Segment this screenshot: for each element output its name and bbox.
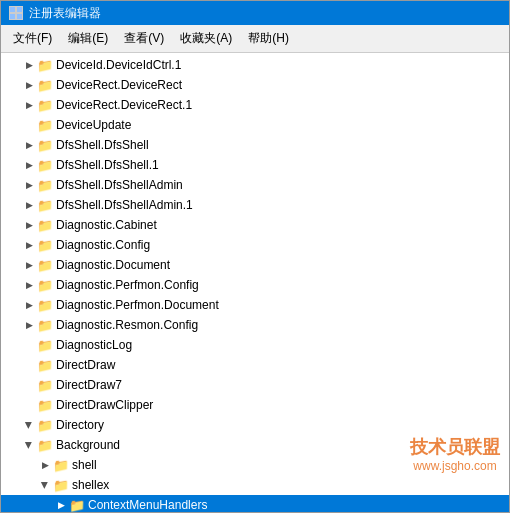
folder-icon: 📁 xyxy=(37,418,53,432)
folder-icon: 📁 xyxy=(37,318,53,332)
tree-row[interactable]: ▶ 📁 DirectDrawClipper xyxy=(1,395,509,415)
tree-row[interactable]: ▶ 📁 DeviceUpdate xyxy=(1,115,509,135)
item-label: DfsShell.DfsShell.1 xyxy=(56,158,159,172)
item-label: Diagnostic.Document xyxy=(56,258,170,272)
expand-icon[interactable]: ▶ xyxy=(37,477,53,493)
item-label: DeviceRect.DeviceRect.1 xyxy=(56,98,192,112)
registry-editor-window: 注册表编辑器 文件(F) 编辑(E) 查看(V) 收藏夹(A) 帮助(H) ▶ … xyxy=(0,0,510,513)
item-label: DeviceRect.DeviceRect xyxy=(56,78,182,92)
item-label: DeviceId.DeviceIdCtrl.1 xyxy=(56,58,181,72)
folder-icon: 📁 xyxy=(37,358,53,372)
menu-edit[interactable]: 编辑(E) xyxy=(60,27,116,50)
menu-bar: 文件(F) 编辑(E) 查看(V) 收藏夹(A) 帮助(H) xyxy=(1,25,509,53)
window-icon xyxy=(9,6,23,20)
folder-icon: 📁 xyxy=(37,138,53,152)
expand-icon[interactable]: ▶ xyxy=(21,277,37,293)
item-label: DfsShell.DfsShellAdmin.1 xyxy=(56,198,193,212)
tree-row-shell[interactable]: ▶ 📁 shell xyxy=(1,455,509,475)
expand-icon[interactable]: ▶ xyxy=(21,437,37,453)
item-label: shellex xyxy=(72,478,109,492)
folder-icon: 📁 xyxy=(37,438,53,452)
folder-icon: 📁 xyxy=(37,278,53,292)
tree-row[interactable]: ▶ 📁 DfsShell.DfsShell.1 xyxy=(1,155,509,175)
folder-icon: 📁 xyxy=(37,238,53,252)
folder-icon: 📁 xyxy=(37,78,53,92)
expand-icon[interactable]: ▶ xyxy=(21,97,37,113)
expand-icon[interactable]: ▶ xyxy=(21,417,37,433)
folder-icon: 📁 xyxy=(37,58,53,72)
folder-icon: 📁 xyxy=(37,378,53,392)
main-content: ▶ 📁 DeviceId.DeviceIdCtrl.1 ▶ 📁 DeviceRe… xyxy=(1,53,509,512)
expand-icon[interactable]: ▶ xyxy=(37,457,53,473)
folder-icon: 📁 xyxy=(37,98,53,112)
tree-row[interactable]: ▶ 📁 DeviceRect.DeviceRect xyxy=(1,75,509,95)
tree-row[interactable]: ▶ 📁 DfsShell.DfsShellAdmin xyxy=(1,175,509,195)
expand-icon[interactable]: ▶ xyxy=(21,237,37,253)
tree-row[interactable]: ▶ 📁 Diagnostic.Config xyxy=(1,235,509,255)
tree-row[interactable]: ▶ 📁 Diagnostic.Document xyxy=(1,255,509,275)
item-label: DirectDraw7 xyxy=(56,378,122,392)
expand-icon[interactable]: ▶ xyxy=(21,77,37,93)
expand-icon[interactable]: ▶ xyxy=(21,57,37,73)
tree-row[interactable]: ▶ 📁 DiagnosticLog xyxy=(1,335,509,355)
expand-icon[interactable]: ▶ xyxy=(21,257,37,273)
folder-icon: 📁 xyxy=(37,338,53,352)
item-label: Diagnostic.Perfmon.Document xyxy=(56,298,219,312)
expand-icon[interactable]: ▶ xyxy=(21,157,37,173)
tree-row[interactable]: ▶ 📁 Diagnostic.Cabinet xyxy=(1,215,509,235)
tree-row[interactable]: ▶ 📁 DfsShell.DfsShell xyxy=(1,135,509,155)
expand-icon[interactable]: ▶ xyxy=(53,497,69,512)
tree-row-directory[interactable]: ▶ 📁 Directory xyxy=(1,415,509,435)
item-label: Diagnostic.Cabinet xyxy=(56,218,157,232)
expand-icon[interactable]: ▶ xyxy=(21,197,37,213)
item-label: DirectDrawClipper xyxy=(56,398,153,412)
svg-rect-1 xyxy=(17,7,22,12)
menu-view[interactable]: 查看(V) xyxy=(116,27,172,50)
tree-row-contextmenuhandlers[interactable]: ▶ 📁 ContextMenuHandlers xyxy=(1,495,509,512)
tree-row[interactable]: ▶ 📁 DeviceRect.DeviceRect.1 xyxy=(1,95,509,115)
menu-help[interactable]: 帮助(H) xyxy=(240,27,297,50)
folder-icon: 📁 xyxy=(69,498,85,512)
item-label: Diagnostic.Config xyxy=(56,238,150,252)
expand-icon[interactable]: ▶ xyxy=(21,297,37,313)
tree-row[interactable]: ▶ 📁 DirectDraw xyxy=(1,355,509,375)
folder-icon: 📁 xyxy=(37,198,53,212)
folder-icon: 📁 xyxy=(37,158,53,172)
item-label: Diagnostic.Resmon.Config xyxy=(56,318,198,332)
expand-icon[interactable]: ▶ xyxy=(21,317,37,333)
item-label: DeviceUpdate xyxy=(56,118,131,132)
folder-icon: 📁 xyxy=(37,258,53,272)
tree-row-shellex[interactable]: ▶ 📁 shellex xyxy=(1,475,509,495)
tree-row[interactable]: ▶ 📁 Diagnostic.Perfmon.Config xyxy=(1,275,509,295)
tree-row-background[interactable]: ▶ 📁 Background xyxy=(1,435,509,455)
expand-icon[interactable]: ▶ xyxy=(21,217,37,233)
expand-icon[interactable]: ▶ xyxy=(21,177,37,193)
tree-row[interactable]: ▶ 📁 DfsShell.DfsShellAdmin.1 xyxy=(1,195,509,215)
registry-tree[interactable]: ▶ 📁 DeviceId.DeviceIdCtrl.1 ▶ 📁 DeviceRe… xyxy=(1,53,509,512)
item-label: DfsShell.DfsShellAdmin xyxy=(56,178,183,192)
svg-rect-2 xyxy=(10,14,15,19)
item-label: shell xyxy=(72,458,97,472)
item-label: Background xyxy=(56,438,120,452)
folder-icon: 📁 xyxy=(53,478,69,492)
window-title: 注册表编辑器 xyxy=(29,5,101,22)
svg-rect-0 xyxy=(10,7,15,12)
item-label: Directory xyxy=(56,418,104,432)
tree-row[interactable]: ▶ 📁 DeviceId.DeviceIdCtrl.1 xyxy=(1,55,509,75)
tree-row[interactable]: ▶ 📁 Diagnostic.Resmon.Config xyxy=(1,315,509,335)
folder-icon: 📁 xyxy=(37,298,53,312)
expand-icon[interactable]: ▶ xyxy=(21,137,37,153)
menu-favorites[interactable]: 收藏夹(A) xyxy=(172,27,240,50)
menu-file[interactable]: 文件(F) xyxy=(5,27,60,50)
title-bar: 注册表编辑器 xyxy=(1,1,509,25)
item-label: ContextMenuHandlers xyxy=(88,498,207,512)
tree-row[interactable]: ▶ 📁 Diagnostic.Perfmon.Document xyxy=(1,295,509,315)
folder-icon: 📁 xyxy=(37,218,53,232)
folder-icon: 📁 xyxy=(37,178,53,192)
item-label: Diagnostic.Perfmon.Config xyxy=(56,278,199,292)
folder-icon: 📁 xyxy=(53,458,69,472)
tree-row[interactable]: ▶ 📁 DirectDraw7 xyxy=(1,375,509,395)
item-label: DirectDraw xyxy=(56,358,115,372)
item-label: DfsShell.DfsShell xyxy=(56,138,149,152)
folder-icon: 📁 xyxy=(37,118,53,132)
